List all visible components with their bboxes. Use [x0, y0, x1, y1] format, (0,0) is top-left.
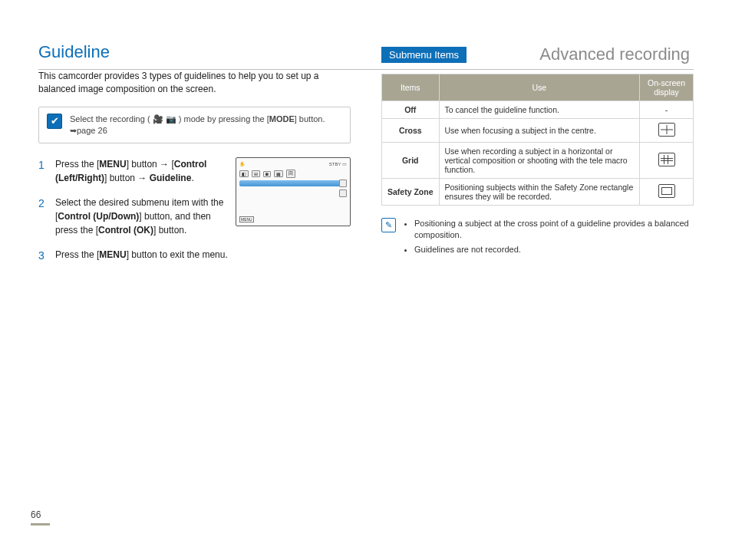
- step-number: 1: [38, 157, 48, 185]
- submenu-heading: Submenu Items: [381, 47, 467, 63]
- submenu-table: Items Use On-screen display Off To cance…: [381, 74, 694, 206]
- page-header-title: Advanced recording: [539, 44, 690, 64]
- lcd-chip-5: 回: [286, 170, 295, 178]
- lcd-chip-3: ◙: [263, 171, 271, 177]
- step-text: Select the desired submenu item with the…: [55, 196, 228, 237]
- item-icon: [640, 179, 694, 206]
- tip-box: ✎ Positioning a subject at the cross poi…: [381, 218, 694, 258]
- lcd-preview: ✋ STBY ▭ ◧ ⊞ ◙ ▦ 回 MENU: [236, 157, 351, 226]
- lcd-chip-1: ◧: [239, 170, 249, 177]
- step-text: Press the [MENU] button → [Control (Left…: [55, 157, 228, 185]
- table-row: Cross Use when focusing a subject in the…: [382, 119, 694, 143]
- camera-icon: 📷: [166, 114, 176, 124]
- table-row: Safety Zone Positioning subjects within …: [382, 179, 694, 206]
- tip-item: Positioning a subject at the cross point…: [414, 218, 694, 242]
- item-use: To cancel the guideline function.: [439, 101, 639, 119]
- tip-item: Guidelines are not recorded.: [414, 244, 694, 255]
- lcd-chip-4: ▦: [274, 170, 283, 177]
- item-use: Positioning subjects within the Safety Z…: [439, 179, 639, 206]
- item-name: Safety Zone: [382, 179, 440, 206]
- th-display: On-screen display: [640, 74, 694, 101]
- check-icon: ✔: [47, 114, 62, 129]
- th-use: Use: [439, 74, 639, 101]
- cross-icon: [658, 123, 675, 137]
- lcd-row: [239, 189, 347, 195]
- right-column: Submenu Items Items Use On-screen displa…: [381, 42, 694, 275]
- grid-icon: [658, 153, 675, 166]
- left-column: Guideline This camcorder provides 3 type…: [38, 42, 351, 275]
- item-icon: [640, 143, 694, 179]
- intro-text: This camcorder provides 3 types of guide…: [38, 70, 351, 96]
- step-text: Press the [MENU] button to exit the menu…: [55, 248, 351, 264]
- step-number: 2: [38, 196, 48, 237]
- header-rule: [38, 69, 694, 70]
- th-items: Items: [382, 74, 440, 101]
- table-row: Grid Use when recording a subject in a h…: [382, 143, 694, 179]
- step-number: 3: [38, 248, 48, 264]
- page-number: 66: [31, 509, 50, 525]
- item-use: Use when focusing a subject in the centr…: [439, 119, 639, 143]
- lcd-selected-row: [239, 180, 347, 186]
- video-icon: 🎥: [153, 114, 163, 124]
- section-heading: Guideline: [38, 42, 351, 62]
- lcd-menu-label: MENU: [239, 216, 254, 222]
- safezone-icon: [658, 184, 675, 198]
- lcd-chip-2: ⊞: [252, 170, 260, 177]
- item-icon: -: [640, 101, 694, 119]
- hand-icon: ✋: [239, 161, 245, 166]
- table-row: Off To cancel the guideline function. -: [382, 101, 694, 119]
- mode-note: ✔ Select the recording ( 🎥 📷 ) mode by p…: [38, 107, 351, 144]
- item-name: Off: [382, 101, 440, 119]
- item-name: Cross: [382, 119, 440, 143]
- note-text: Select the recording ( 🎥 📷 ) mode by pre…: [70, 114, 342, 137]
- item-use: Use when recording a subject in a horizo…: [439, 143, 639, 179]
- lcd-stby: STBY: [329, 162, 341, 166]
- step-1: 1 Press the [MENU] button → [Control (Le…: [38, 157, 228, 185]
- step-3: 3 Press the [MENU] button to exit the me…: [38, 248, 351, 264]
- item-icon: [640, 119, 694, 143]
- item-name: Grid: [382, 143, 440, 179]
- step-2: 2 Select the desired submenu item with t…: [38, 196, 228, 237]
- lcd-row: [239, 197, 347, 203]
- note-icon: ✎: [381, 218, 396, 232]
